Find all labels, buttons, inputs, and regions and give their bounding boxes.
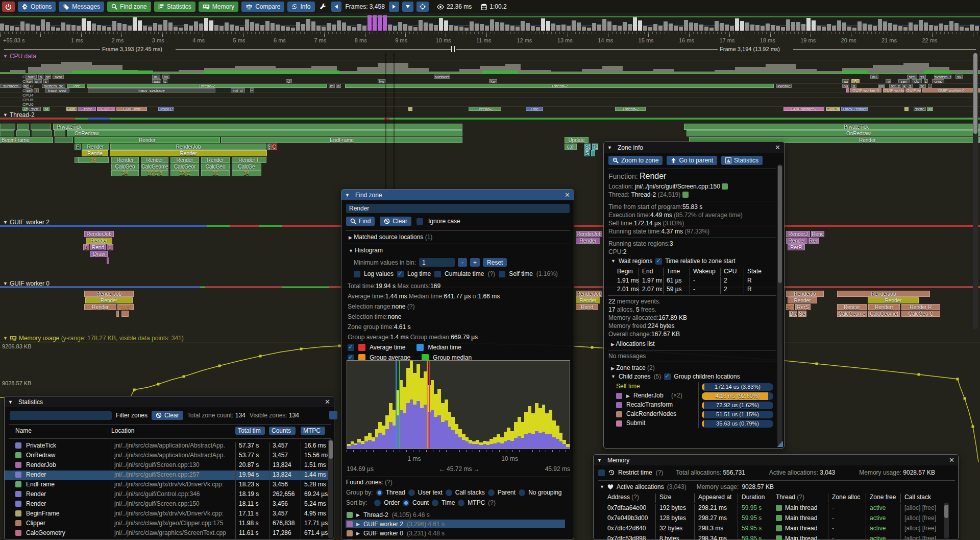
zone-renderjob[interactable]: RenderJob [576, 291, 602, 297]
zone-calcgeome[interactable]: CalcGeome [837, 311, 867, 317]
group-by-parent[interactable] [488, 489, 495, 496]
find-zone-window-titlebar[interactable]: ▼Find zone✕ [341, 190, 574, 200]
memory-button[interactable]: Memory [199, 2, 238, 12]
cpu-zone-block[interactable]: ~ [250, 88, 254, 92]
table-row[interactable]: RenderJobjni/../jni/src/guif/Screen.cpp:… [5, 461, 329, 471]
find-button[interactable]: Find [346, 217, 375, 226]
zone-renderjob[interactable]: RenderJob [576, 231, 602, 237]
cpu-zone-block[interactable]: s [908, 84, 913, 88]
zone-render[interactable]: Render [868, 297, 919, 303]
zone-f[interactable]: F [75, 144, 81, 150]
statistics-window-titlebar[interactable]: ▼Statistics✕ [5, 396, 334, 407]
zone-render[interactable]: Render [111, 157, 139, 163]
zone-block[interactable] [31, 124, 51, 130]
zone-onredraw[interactable]: OnRedraw [687, 130, 980, 136]
frame-histogram-strip[interactable] [0, 13, 980, 32]
cpu-zone-block[interactable]: GUIF worker 2 [783, 107, 824, 111]
wait-col-state[interactable]: State [744, 268, 762, 276]
cpu-zone-block[interactable]: kw [489, 79, 497, 83]
zone-info-window-titlebar[interactable]: ▼Zone info✕ [604, 142, 784, 153]
cpu-zone-block[interactable]: se [45, 75, 51, 79]
increase-button[interactable]: + [470, 258, 480, 267]
statistics-button[interactable]: Statistics [154, 2, 195, 12]
expand-arrow-icon[interactable]: ▶ [356, 531, 360, 536]
cpu-zone-block[interactable]: GUIF [66, 107, 77, 111]
zone-block[interactable] [116, 311, 119, 317]
zone-calcgeo[interactable]: CalcGeo [111, 163, 139, 170]
wait-col-time[interactable]: Time [663, 268, 680, 276]
cpu-zone-block[interactable]: syst [29, 107, 41, 111]
zone-calcgeor[interactable]: CalcGeor [170, 163, 199, 170]
zone-onredraw[interactable]: OnRedraw [67, 130, 462, 136]
min-values-input[interactable]: 1 [419, 258, 455, 267]
zone-block[interactable] [0, 130, 14, 136]
sort-by-order[interactable] [374, 500, 381, 506]
close-icon[interactable]: ✕ [565, 191, 570, 199]
cpu-zone-block[interactable]: Tracy [78, 107, 96, 111]
memory-col-address[interactable]: Address (?) [607, 494, 639, 503]
col-name[interactable]: Name [15, 427, 32, 434]
memory-scrollbar-thumb[interactable] [944, 505, 948, 518]
zone-rers[interactable]: RerS [795, 304, 811, 310]
cpu-zone-block[interactable]: s [163, 79, 167, 83]
zone-renc[interactable]: Renc [811, 231, 824, 237]
options-button[interactable]: Options [18, 2, 56, 12]
zone-render[interactable]: Render [141, 157, 168, 163]
zone-renderjob[interactable]: RenderJob [84, 231, 114, 237]
cpu-zone-block[interactable]: sen [898, 79, 910, 83]
child-zone-row[interactable]: ▶RenderJob(×2)4.16 ms (92.60%) [604, 392, 780, 401]
group-by-call-stacks[interactable] [446, 489, 452, 496]
cpu-zone-block[interactable]: a [408, 107, 412, 111]
zone-calcgeomet[interactable]: CalcGeomet [868, 311, 900, 317]
memory-window-titlebar[interactable]: ▼Memory✕ [594, 455, 958, 465]
table-row[interactable]: BeginFramejni/../jni/src/claw/gfx/drv/vk… [5, 509, 329, 519]
zone-render-f[interactable]: Render F [232, 157, 266, 163]
cpu-zone-block[interactable]: se [919, 84, 926, 88]
memory-scrollbar[interactable] [944, 503, 949, 538]
memory-table-row[interactable]: 0x7dfc42d64032 bytes298.3 ms59.95 sMain … [594, 525, 951, 535]
zone-calcgeo[interactable]: CalcGeo [201, 163, 230, 170]
zone-renderj[interactable]: RenderJ [786, 231, 810, 237]
expand-arrow-icon[interactable]: ▶ [349, 235, 352, 240]
zoom-to-frame-button[interactable] [416, 2, 429, 12]
collapse-triangle-icon[interactable]: ▼ [3, 336, 8, 341]
memory-col-size[interactable]: Size [655, 494, 671, 503]
cpu-zone-block[interactable]: gm [34, 79, 42, 83]
found-zone-group-row[interactable]: ▶GUIF worker 0(3,231) 4.48 s [346, 529, 565, 537]
collapse-triangle-icon[interactable]: ▼ [8, 400, 13, 405]
memory-col-duration[interactable]: Duration [738, 494, 765, 503]
zone-privatetick[interactable]: PrivateTick [53, 124, 462, 130]
zone-rerr[interactable]: RerR [788, 244, 805, 250]
zoom-to-zone-button[interactable]: Zoom to zone [608, 156, 663, 165]
zone-ren[interactable]: Ren [808, 238, 819, 244]
cpu-usage-graph[interactable] [0, 61, 980, 74]
frame-3193-label[interactable]: Frame 3,193 (22.45 ms) [102, 46, 162, 52]
zone-render[interactable]: Render [170, 157, 199, 163]
zone-calcgeo-c[interactable]: CalcGeo C [901, 311, 940, 317]
find-zone-search-input[interactable]: Render [346, 204, 570, 213]
zone-26[interactable]: 26 [201, 170, 230, 176]
zone-render[interactable]: Render [85, 297, 133, 303]
cpu-zone-block[interactable]: M [927, 107, 933, 111]
table-row[interactable]: Renderjni/../jni/src/guif/Screen.cpp:257… [5, 471, 329, 480]
resize-grip[interactable] [777, 441, 783, 447]
zone-22-c[interactable]: 22 C [170, 170, 199, 176]
memory-col-call-stack[interactable]: Call stack [900, 494, 931, 503]
col-location[interactable]: Location [108, 427, 134, 434]
ignore-case-checkbox[interactable] [416, 218, 423, 225]
time-relative-checkbox[interactable] [655, 258, 662, 265]
zone-render[interactable]: Render [576, 297, 600, 303]
table-row[interactable]: Renderjni/../jni/src/guif/Screen.cpp:150… [5, 500, 329, 509]
collapse-triangle-icon[interactable]: ▼ [345, 193, 350, 198]
cpu-zone-block[interactable]: system_se [42, 84, 65, 88]
group-by-user-text[interactable] [408, 489, 415, 496]
found-zone-group-row[interactable]: ▶GUIF worker 2(3,296) 4.61 s [346, 520, 565, 528]
zone-info-scrollbar-thumb[interactable] [778, 166, 782, 283]
collapse-arrow-icon[interactable]: ▼ [611, 259, 616, 264]
allocations-list[interactable]: ▶ Allocations list [611, 340, 655, 347]
source-color-swatch[interactable] [722, 183, 728, 190]
zone-render[interactable]: Render [75, 137, 220, 143]
cpu-zone-block[interactable]: ~ [928, 84, 932, 88]
cpu-zone-block[interactable]: ge [23, 84, 29, 88]
cpu-zone-block[interactable]: m [886, 79, 891, 83]
